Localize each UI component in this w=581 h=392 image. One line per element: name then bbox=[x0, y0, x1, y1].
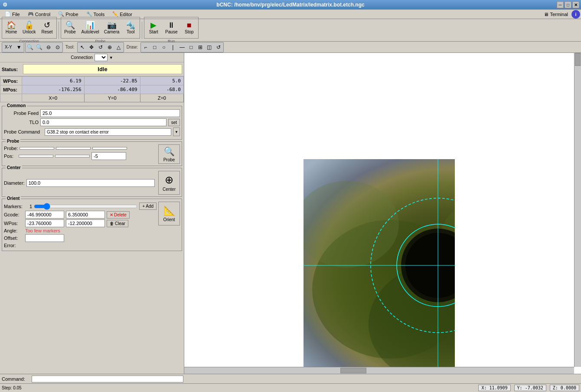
draw-circle-btn[interactable]: ○ bbox=[160, 43, 168, 52]
gcode-y-input[interactable] bbox=[66, 211, 105, 219]
probe-section: Probe Probe: Pos: -5 bbox=[2, 141, 182, 166]
probe-toolbar-btn[interactable]: 🔍 Probe bbox=[62, 18, 79, 38]
zero-y-btn[interactable]: Y=0 bbox=[84, 94, 140, 102]
zoom-out-btn[interactable]: ⊖ bbox=[44, 43, 53, 52]
y-coord: Y: -7.0032 bbox=[514, 385, 546, 391]
probe-pos-z: -5 bbox=[91, 152, 126, 160]
autolevel-btn[interactable]: 📊 Autolevel bbox=[79, 18, 101, 38]
zero-z-btn[interactable]: Z=0 bbox=[140, 94, 183, 102]
delete-marker-btn[interactable]: ✕ Delete bbox=[107, 211, 130, 219]
orient-action-btn[interactable]: 📐 Orient bbox=[158, 202, 180, 225]
diameter-input[interactable] bbox=[26, 179, 155, 187]
vertical-scrollbar-thumb[interactable] bbox=[575, 53, 581, 66]
unlock-btn[interactable]: 🔓 Unlock bbox=[20, 18, 38, 38]
offset-label: Offset: bbox=[4, 235, 23, 241]
mpos-x: -176.256 bbox=[22, 85, 85, 94]
center-left: Diameter: bbox=[4, 178, 155, 188]
x-coord: X: 11.0909 bbox=[478, 385, 510, 391]
draw-tool4-btn[interactable]: ◫ bbox=[205, 43, 214, 52]
probe-inner: Probe: Pos: -5 🔍 Probe bbox=[4, 144, 180, 164]
rotate-tool-btn[interactable]: ↺ bbox=[96, 43, 105, 52]
center-action-btn[interactable]: ⊕ Center bbox=[158, 171, 180, 195]
minimize-btn[interactable]: ─ bbox=[557, 1, 564, 8]
pause-btn[interactable]: ⏸ Pause bbox=[163, 18, 180, 38]
markers-slider[interactable] bbox=[34, 203, 137, 210]
clear-icon: 🗑 bbox=[110, 221, 114, 226]
wpos-orient-y[interactable] bbox=[66, 219, 105, 227]
tri-tool-btn[interactable]: △ bbox=[114, 43, 123, 52]
draw-tool2-btn[interactable]: □ bbox=[187, 43, 196, 52]
editor-icon: ✏️ bbox=[112, 11, 118, 17]
draw-refresh-btn[interactable]: ↺ bbox=[214, 43, 223, 52]
offset-input[interactable] bbox=[25, 234, 64, 242]
diameter-label: Diameter: bbox=[4, 180, 25, 186]
conn-arrow: ▼ bbox=[109, 56, 113, 60]
common-title: Common bbox=[6, 103, 27, 108]
home-btn[interactable]: 🏠 Home bbox=[3, 18, 20, 38]
probe-tool-btn[interactable]: ⊕ bbox=[105, 43, 114, 52]
unlock-icon: 🔓 bbox=[24, 21, 34, 29]
horizontal-scrollbar-thumb[interactable] bbox=[340, 368, 366, 373]
command-label: Command: bbox=[2, 376, 30, 382]
probe-feed-row: Probe Feed bbox=[4, 109, 180, 117]
orient-action-icon: 📐 bbox=[163, 205, 175, 216]
tlo-set-btn[interactable]: set bbox=[168, 119, 180, 126]
tool-btn[interactable]: 🔩 Tool bbox=[122, 18, 139, 38]
probe-cmd-input[interactable] bbox=[45, 128, 171, 136]
zoom-fit-btn[interactable]: 🔍 bbox=[26, 43, 35, 52]
add-marker-btn[interactable]: + Add bbox=[139, 203, 157, 210]
center-view-btn[interactable]: ⊙ bbox=[53, 43, 62, 52]
draw-tool3-btn[interactable]: ⊞ bbox=[196, 43, 205, 52]
start-btn[interactable]: ▶ Start bbox=[145, 18, 162, 38]
terminal-btn[interactable]: 🖥 Terminal bbox=[540, 11, 571, 18]
probe-action-btn[interactable]: 🔍 Probe bbox=[158, 144, 180, 164]
nav-group: 🔍 🔍 ⊖ ⊙ bbox=[25, 42, 63, 52]
probe-left: Probe: Pos: -5 bbox=[4, 144, 157, 164]
vertical-scrollbar[interactable] bbox=[574, 53, 581, 367]
tlo-input[interactable] bbox=[40, 118, 166, 126]
probe-cmd-arrow[interactable]: ▼ bbox=[173, 127, 180, 136]
delete-icon: ✕ bbox=[110, 212, 113, 217]
canvas-white-right bbox=[455, 159, 574, 372]
connection-dropdown[interactable] bbox=[95, 54, 108, 61]
probe-action-icon: 🔍 bbox=[164, 146, 175, 157]
xy-view-btn[interactable]: X-Y bbox=[3, 43, 14, 52]
canvas-area bbox=[184, 53, 581, 374]
connection-buttons: 🏠 Home 🔓 Unlock ↺ Reset bbox=[2, 17, 57, 39]
close-btn[interactable]: ✕ bbox=[572, 1, 579, 8]
command-input[interactable] bbox=[32, 376, 183, 382]
wpos-orient-x[interactable] bbox=[25, 219, 64, 227]
tlo-row: TLO set bbox=[4, 118, 180, 126]
view-arrow-btn[interactable]: ▼ bbox=[15, 43, 23, 52]
center-inner: Diameter: ⊕ Center bbox=[4, 171, 180, 195]
zero-x-btn[interactable]: X=0 bbox=[22, 94, 85, 102]
angle-label: Angle: bbox=[4, 228, 23, 233]
orient-section: Orient Markers: 1 + Add Gcode: ✕ bbox=[2, 199, 182, 251]
camera-btn[interactable]: 📷 Camera bbox=[102, 18, 122, 38]
orient-section-title: Orient bbox=[6, 196, 21, 201]
draw-rect-btn[interactable]: □ bbox=[150, 43, 159, 52]
tool-group: ↖ ✥ ↺ ⊕ △ bbox=[77, 42, 124, 52]
wpos-z: 5.0 bbox=[140, 77, 183, 85]
info-btn[interactable]: i bbox=[571, 10, 580, 19]
reset-btn[interactable]: ↺ Reset bbox=[39, 18, 56, 38]
maximize-btn[interactable]: □ bbox=[565, 1, 571, 8]
camera-icon: 📷 bbox=[107, 21, 117, 29]
stop-btn[interactable]: ■ Stop bbox=[180, 18, 198, 38]
zoom-in-btn[interactable]: 🔍 bbox=[35, 43, 44, 52]
stop-icon: ■ bbox=[187, 21, 192, 29]
draw-horiz-btn[interactable]: — bbox=[178, 43, 186, 52]
tools-icon: 🔧 bbox=[86, 11, 92, 17]
statusbar: Step: 0.05 X: 11.0909 Y: -7.0032 Z: 0.00… bbox=[0, 383, 581, 392]
move-tool-btn[interactable]: ✥ bbox=[87, 43, 96, 52]
probe-feed-input[interactable] bbox=[40, 109, 180, 117]
gcode-x-input[interactable] bbox=[25, 211, 64, 219]
select-tool-btn[interactable]: ↖ bbox=[78, 43, 87, 52]
orient-inner: Markers: 1 + Add Gcode: ✕ Delete bbox=[4, 202, 180, 249]
draw-line-btn[interactable]: ⌐ bbox=[141, 43, 150, 52]
horizontal-scrollbar[interactable] bbox=[184, 367, 574, 374]
draw-vert-btn[interactable]: | bbox=[169, 43, 177, 52]
probe-val-box2 bbox=[56, 147, 91, 150]
clear-btn[interactable]: 🗑 Clear bbox=[107, 220, 128, 227]
status-label: Status: bbox=[2, 67, 21, 72]
